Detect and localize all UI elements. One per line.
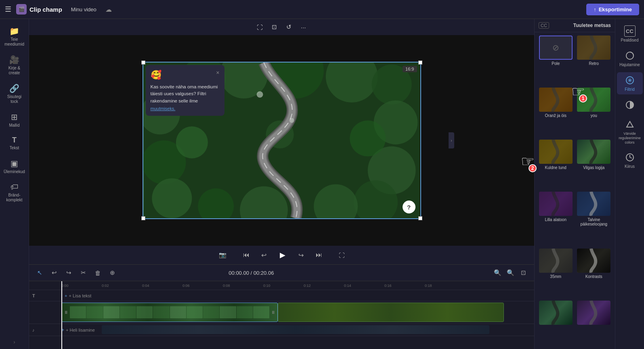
rc-subtitles-label: Pealdised [621, 38, 639, 43]
undo-button[interactable]: ↩ [48, 267, 60, 278]
video-preview-container: 16:9 🥰 × Kas soovite näha oma meediumi t… [29, 35, 534, 246]
fullscreen-button[interactable]: ⛶ [339, 252, 345, 259]
secondary-video-clip[interactable] [278, 303, 504, 322]
rc-filter[interactable]: Filtrid [617, 72, 643, 94]
filter-orange[interactable]: Oranž ja öis [538, 88, 574, 137]
filter-extra1[interactable] [538, 301, 574, 346]
svg-point-17 [350, 121, 386, 157]
sidebar-item-brand[interactable]: 🏷 Bränd-komplekt [2, 179, 27, 206]
sidebar-item-record[interactable]: 🎥 Kirje &create [2, 52, 27, 79]
rc-subtitles[interactable]: CC Pealdised [617, 23, 643, 45]
video-track-row: ⏸ [29, 301, 534, 324]
sidebar-item-brand-label: Bränd-komplekt [6, 193, 22, 203]
filter-orange-label: Oranž ja öis [545, 113, 566, 118]
corner-handle-tr[interactable] [418, 61, 422, 65]
corner-handle-br[interactable] [418, 216, 422, 220]
zoom-in-button[interactable]: 🔍 [505, 267, 516, 278]
rc-blur[interactable]: Hajutamine [617, 48, 643, 70]
rc-exposure[interactable] [617, 97, 643, 114]
filter-none[interactable]: ⊘ Pole [538, 36, 574, 85]
filter-golden-label: Kuldne tund [545, 165, 566, 170]
filter-you-thumb [577, 88, 610, 112]
audio-clip[interactable] [102, 325, 489, 334]
rc-colors[interactable]: Värvide reguleerimine colors [617, 117, 643, 147]
filter-35mm[interactable]: 35mm [538, 249, 574, 298]
filter-extra1-thumb [539, 301, 573, 325]
sidebar-expand-icon[interactable]: › [14, 339, 15, 345]
grid-icon: ⊞ [11, 112, 18, 122]
add-audio-button[interactable]: + Heli lisamine [66, 328, 95, 332]
rotate-tool-button[interactable]: ↺ [283, 21, 295, 33]
more-tool-button[interactable]: ··· [298, 21, 310, 33]
clip-end-icon: ⏸ [271, 310, 275, 315]
timeline-area: ↖ ↩ ↪ ✂ 🗑 ⊕ 00:00.00 / 00:20.06 🔍 🔍 ⊡ [29, 264, 534, 349]
help-button[interactable]: ? [403, 201, 415, 213]
corner-handle-bl[interactable] [141, 216, 145, 220]
tooltip-close-button[interactable]: × [216, 70, 219, 75]
brand-icon: 🏷 [10, 182, 19, 192]
cursor-tool-button[interactable]: ↖ [34, 267, 45, 278]
transitions-icon: ▣ [10, 159, 18, 168]
play-button[interactable]: ▶ [276, 248, 289, 262]
hamburger-menu-icon[interactable]: ☰ [5, 5, 11, 14]
svg-point-11 [152, 178, 192, 218]
filter-icon [624, 75, 636, 86]
skip-start-button[interactable]: ⏮ [240, 249, 252, 261]
delete-button[interactable]: 🗑 [92, 267, 103, 278]
skip-end-button[interactable]: ⏭ [313, 249, 325, 261]
filter-golden[interactable]: Kuldne tund [538, 140, 574, 189]
filter-retro[interactable]: Retro [576, 36, 612, 85]
main-video-clip[interactable]: ⏸ [61, 303, 278, 322]
video-track-label [29, 301, 61, 324]
zoom-out-button[interactable]: 🔍 [492, 267, 503, 278]
sidebar-item-transitions-label: Üleminekud [4, 169, 25, 174]
timeline-toolbar: ↖ ↩ ↪ ✂ 🗑 ⊕ 00:00.00 / 00:20.06 🔍 🔍 ⊡ [29, 265, 534, 281]
ruler-mark-2: 0:02 [102, 284, 109, 288]
sidebar-item-content-label: Sisutegitock [7, 94, 22, 104]
filter-extra2[interactable] [576, 301, 612, 346]
svg-point-16 [176, 126, 208, 158]
sidebar-item-transitions[interactable]: ▣ Üleminekud [2, 155, 27, 178]
filter-bright[interactable]: Vilgas logija [576, 140, 612, 189]
resize-tool-button[interactable]: ⊡ [269, 21, 281, 33]
cut-button[interactable]: ✂ [78, 267, 89, 278]
sidebar-item-text[interactable]: T Tekst [2, 133, 27, 154]
minu-video-button[interactable]: Minu video [67, 5, 101, 14]
rc-speed[interactable]: Kiirus [617, 149, 643, 171]
sidebar-item-media[interactable]: 📁 Teie meediumid [2, 23, 27, 50]
playhead [61, 281, 62, 349]
filter-winter[interactable]: Talvine päikeseloojang [576, 192, 612, 246]
filter-you[interactable]: you [576, 88, 612, 137]
add-text-button[interactable]: + + Lisa tekst [61, 292, 94, 300]
forward-button[interactable]: ↪ [295, 249, 307, 261]
filter-orange-thumb [539, 88, 573, 112]
export-button[interactable]: ↑ Eksportimine [586, 4, 639, 15]
left-sidebar: 📁 Teie meediumid 🎥 Kirje &create 🔗 Sisut… [0, 19, 29, 349]
logo-icon: 🎬 [16, 4, 27, 15]
tooltip-emoji: 🥰 [151, 70, 162, 80]
tooltip-link[interactable]: muutmiseks. [151, 106, 220, 111]
svg-point-19 [256, 91, 263, 98]
corner-handle-tl[interactable] [141, 61, 145, 65]
filter-winter-thumb [577, 192, 610, 216]
aspect-ratio-badge: 16:9 [403, 66, 417, 72]
add-media-button[interactable]: ⊕ [107, 267, 118, 278]
fit-timeline-button[interactable]: ⊡ [518, 267, 529, 278]
video-track-content: ⏸ [61, 301, 534, 324]
rewind-button[interactable]: ↩ [258, 249, 270, 261]
sidebar-item-content[interactable]: 🔗 Sisutegitock [2, 80, 27, 107]
crop-tool-button[interactable]: ⛶ [254, 21, 266, 33]
rc-colors-label: Värvide reguleerimine colors [619, 132, 641, 144]
redo-button[interactable]: ↪ [63, 267, 74, 278]
camera-off-button[interactable]: 📷 [219, 251, 227, 259]
sidebar-item-templates[interactable]: ⊞ Mallid [2, 109, 27, 131]
link-icon: 🔗 [9, 84, 19, 93]
filter-contrast[interactable]: Kontrasts [576, 249, 612, 298]
text-track-icon: T [32, 293, 35, 298]
tooltip-popup: 🥰 × Kas soovite näha oma meediumi täiest… [146, 65, 224, 116]
panel-expand-button[interactable]: › [449, 132, 454, 148]
text-icon: T [12, 136, 17, 144]
filters-grid: ⊘ Pole Retro Oranž ja öis [535, 32, 615, 349]
main-content: 📁 Teie meediumid 🎥 Kirje &create 🔗 Sisut… [0, 19, 644, 349]
filter-lilac[interactable]: Lilla alatoon [538, 192, 574, 246]
